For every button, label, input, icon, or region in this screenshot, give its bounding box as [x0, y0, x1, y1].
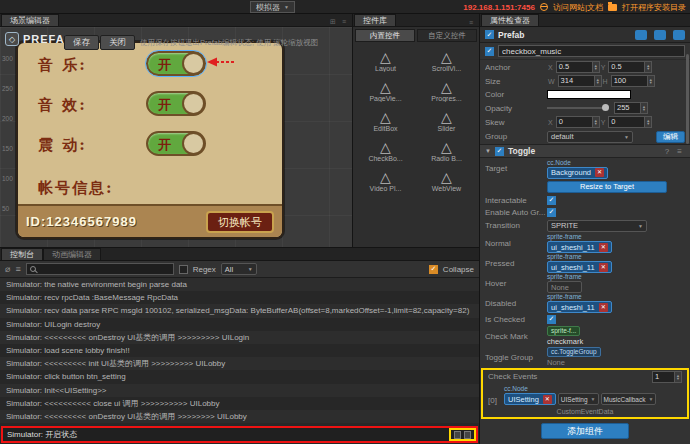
anchor-x-stepper[interactable]: 0.5▲▼: [556, 61, 600, 73]
prefab-action-button[interactable]: [635, 30, 647, 40]
clear-icon[interactable]: ✕: [599, 263, 608, 272]
panel-menu-icon[interactable]: ⊞ ≡: [330, 18, 352, 26]
regex-checkbox[interactable]: ✓: [179, 265, 188, 274]
clear-icon[interactable]: ✕: [595, 168, 604, 177]
log-row[interactable]: Simulator: click button btn_setting: [0, 370, 479, 383]
event-handler-dropdown[interactable]: MusicCallback▼: [601, 393, 657, 405]
tab-widget-library[interactable]: 控件库: [354, 14, 396, 26]
log-filter-dropdown[interactable]: All▼: [221, 263, 257, 275]
is-checked-checkbox[interactable]: ✓: [547, 315, 556, 324]
transition-dropdown[interactable]: SPRITE▼: [547, 220, 647, 232]
sound-toggle[interactable]: 开: [146, 91, 206, 116]
target-node-chip[interactable]: Background✕: [547, 167, 608, 179]
collapse-caret-icon[interactable]: ▼: [485, 148, 491, 154]
widget-item[interactable]: △EditBox: [355, 109, 416, 132]
widget-grid: △Layout △ScrollVi... △PageVie... △Progre…: [353, 43, 479, 198]
widget-item[interactable]: △Progres...: [416, 79, 477, 102]
cocos-editor-window: 模拟器 ▼ 192.168.1.151:7456 访问网站|文档 打开程序安装目…: [0, 0, 690, 444]
clear-console-icon[interactable]: ⌀: [5, 265, 10, 274]
log-row[interactable]: Simulator: recv rpcData :BaseMessage Rpc…: [0, 291, 479, 304]
toggle-group-value[interactable]: None: [547, 357, 601, 368]
tab-custom-widgets[interactable]: 自定义控件: [417, 29, 477, 42]
close-prefab-button[interactable]: 关闭: [100, 35, 135, 50]
scene-canvas[interactable]: 300 250 200 150 100 50 ◇ PREFAB 保存 关闭 使用…: [0, 27, 352, 247]
widget-item[interactable]: △Video Pl...: [355, 169, 416, 192]
log-icon[interactable]: [454, 431, 461, 439]
clear-icon[interactable]: ✕: [543, 395, 552, 404]
tab-builtin-widgets[interactable]: 内置控件: [355, 29, 415, 42]
component-menu-icons[interactable]: ? ≡: [665, 147, 685, 156]
collapse-label: Collapse: [443, 265, 474, 274]
inspector-scrollbar[interactable]: [686, 54, 689, 144]
tab-console[interactable]: 控制台: [1, 248, 43, 260]
opacity-slider[interactable]: [547, 107, 609, 109]
tab-animation-editor[interactable]: 动画编辑器: [43, 248, 101, 260]
simulator-dropdown[interactable]: 模拟器 ▼: [250, 1, 295, 13]
anchor-y-stepper[interactable]: 0.5▲▼: [608, 61, 652, 73]
tab-property-inspector[interactable]: 属性检查器: [481, 14, 539, 26]
hover-sprite-chip[interactable]: None: [547, 281, 582, 293]
toggle-knob: [182, 132, 205, 155]
log-row[interactable]: Simulator: load scene lobby finish!!: [0, 344, 479, 357]
log-row[interactable]: Simulator: <<<<<<<<< init UI基类的调用 >>>>>>…: [0, 357, 479, 370]
open-install-dir-link[interactable]: 打开程序安装目录: [622, 2, 686, 13]
skew-x-stepper[interactable]: 0▲▼: [556, 116, 600, 128]
switch-account-button[interactable]: 切换帐号: [206, 211, 274, 233]
size-w-stepper[interactable]: 314▲▼: [558, 75, 602, 87]
enable-auto-gray-checkbox[interactable]: ✓: [547, 208, 556, 217]
panel-menu-icon[interactable]: ≡: [469, 19, 479, 26]
event-component-dropdown[interactable]: UISetting▼: [558, 393, 599, 405]
prefab-action-button[interactable]: [654, 30, 666, 40]
collapse-checkbox[interactable]: ✓: [429, 265, 438, 274]
scroll-lock-icon[interactable]: [464, 431, 471, 439]
normal-sprite-chip[interactable]: ui_sheshi_11✕: [547, 241, 612, 253]
node-name-input[interactable]: checkbox_music: [498, 45, 685, 57]
website-docs-link[interactable]: 访问网站|文档: [553, 2, 603, 13]
disabled-sprite-chip[interactable]: ui_sheshi_11✕: [547, 301, 612, 313]
music-toggle[interactable]: 开: [146, 51, 206, 76]
widget-item[interactable]: △Slider: [416, 109, 477, 132]
prefab-checkbox[interactable]: ✓: [485, 30, 494, 39]
resize-to-target-button[interactable]: Resize to Target: [547, 181, 667, 193]
search-input[interactable]: [39, 265, 170, 274]
log-row[interactable]: Simulator: recv data parse RPC msgId 100…: [0, 304, 479, 317]
clear-icon[interactable]: ✕: [599, 243, 608, 252]
log-row[interactable]: Simulator: <<<<<<<<<< close ui 调用 >>>>>>…: [0, 397, 479, 410]
console-search[interactable]: [26, 263, 174, 275]
opacity-input[interactable]: 255▲▼: [614, 102, 648, 114]
console-menu-icon[interactable]: ≡: [15, 265, 20, 274]
highlighted-log-row[interactable]: Simulator: 开启状态: [1, 426, 478, 443]
pressed-sprite-chip[interactable]: ui_sheshi_11✕: [547, 261, 612, 273]
size-h-stepper[interactable]: 100▲▼: [611, 75, 655, 87]
add-component-button[interactable]: 添加组件: [541, 423, 629, 439]
widget-item[interactable]: △CheckBo...: [355, 139, 416, 162]
toggle-component-header[interactable]: ▼ ✓ Toggle ? ≡: [480, 144, 690, 158]
log-row[interactable]: Simulator: UILogin destroy: [0, 318, 479, 331]
widget-item[interactable]: △WebView: [416, 169, 477, 192]
clear-icon[interactable]: ✕: [599, 303, 608, 312]
toggle-enabled-checkbox[interactable]: ✓: [495, 147, 504, 156]
vibrate-toggle[interactable]: 开: [146, 131, 206, 156]
event-node-chip[interactable]: UISetting✕: [504, 393, 556, 405]
widget-item[interactable]: △Layout: [355, 49, 416, 72]
save-prefab-button[interactable]: 保存: [64, 35, 99, 50]
custom-event-data-label[interactable]: CustomEventData: [483, 407, 687, 417]
edit-group-button[interactable]: 编辑: [656, 131, 685, 143]
interactable-checkbox[interactable]: ✓: [547, 196, 556, 205]
widget-item[interactable]: △ScrollVi...: [416, 49, 477, 72]
log-row[interactable]: Simulator: the native environment begin …: [0, 278, 479, 291]
check-mark-asset[interactable]: checkmark: [547, 336, 583, 347]
skew-y-stepper[interactable]: 0▲▼: [608, 116, 652, 128]
widget-item[interactable]: △Radio B...: [416, 139, 477, 162]
tab-scene-editor[interactable]: 场景编辑器: [1, 14, 59, 26]
log-row[interactable]: Simulator: Init<<UISetting>>: [0, 384, 479, 397]
group-dropdown[interactable]: default▼: [547, 131, 633, 143]
widget-item[interactable]: △PageVie...: [355, 79, 416, 102]
log-row[interactable]: Simulator: <<<<<<<<< onDestroy UI基类的调用 >…: [0, 410, 479, 423]
node-active-checkbox[interactable]: ✓: [485, 47, 494, 56]
color-swatch[interactable]: [547, 90, 631, 99]
prefab-action-button[interactable]: [673, 30, 685, 40]
log-row[interactable]: Simulator: <<<<<<<<< onDestroy UI基类的调用 >…: [0, 331, 479, 344]
check-events-count-input[interactable]: 1▲▼: [652, 371, 682, 383]
prefab-hint-text: 使用保存按钮退出Prefab编辑状态; 使用 滚轮缩放视图: [140, 38, 318, 48]
